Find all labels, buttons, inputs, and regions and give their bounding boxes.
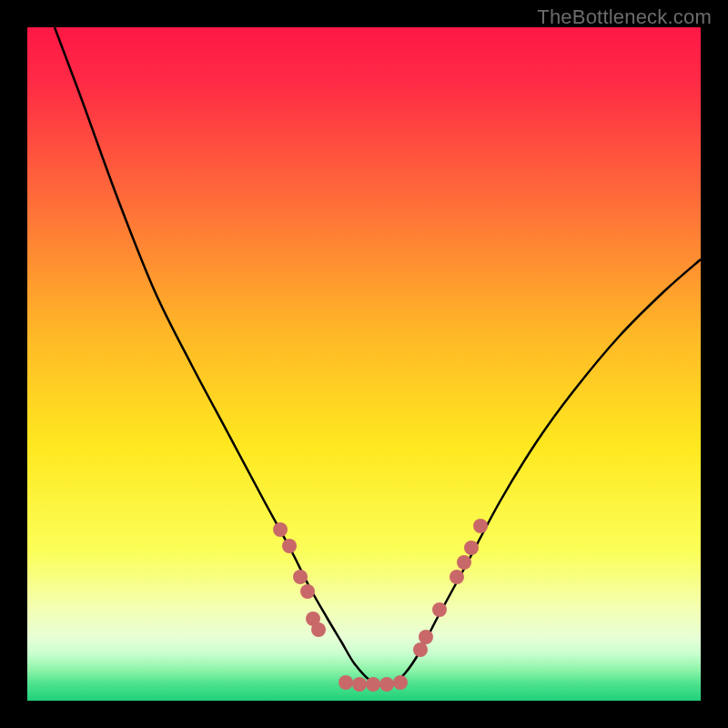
bottleneck-curve: [55, 27, 701, 685]
marker-point: [339, 675, 353, 690]
marker-point: [282, 539, 297, 553]
highlight-markers: [273, 519, 488, 692]
marker-point: [457, 555, 471, 570]
marker-point: [393, 675, 408, 690]
marker-point: [311, 622, 326, 637]
marker-point: [464, 541, 479, 555]
chart-frame: TheBottleneck.com: [0, 0, 728, 728]
marker-point: [273, 522, 288, 537]
marker-point: [300, 584, 315, 599]
marker-point: [413, 642, 428, 657]
marker-point: [419, 630, 433, 644]
marker-point: [293, 570, 308, 584]
marker-point: [432, 602, 447, 617]
plot-area: [27, 27, 701, 701]
watermark-text: TheBottleneck.com: [537, 5, 712, 29]
marker-point: [379, 677, 394, 692]
marker-point: [352, 677, 367, 692]
marker-point: [366, 677, 380, 692]
marker-point: [473, 519, 488, 533]
marker-point: [450, 570, 464, 584]
curve-layer: [27, 27, 701, 701]
